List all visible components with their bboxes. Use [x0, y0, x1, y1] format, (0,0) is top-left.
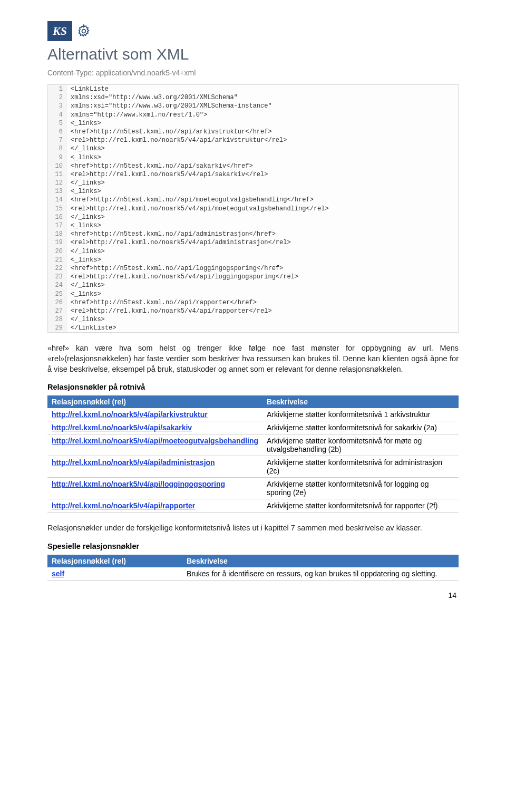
table-header-rel: Relasjonsnøkkel (rel) [47, 555, 182, 567]
rel-link[interactable]: http://rel.kxml.no/noark5/v4/api/logging… [47, 478, 262, 499]
page-title: Alternativt som XML [47, 45, 459, 63]
code-line: 17<_links> [48, 221, 458, 230]
code-line: 14<href>http://n5test.kxml.no//api/moete… [48, 196, 458, 204]
table-row: selfBrukes for å identifisere en ressurs… [47, 567, 459, 581]
code-line: 23<rel>http://rel.kxml.no/noark5/v4/api/… [48, 273, 458, 281]
code-line: 19<rel>http://rel.kxml.no/noark5/v4/api/… [48, 238, 458, 247]
rel-description: Arkivkjerne støtter konformitetsnivå 1 a… [262, 408, 459, 421]
code-line: 3xmlns:xsi="http://www.w3.org/2001/XMLSc… [48, 102, 458, 110]
rel-description: Arkivkjerne støtter konformitetsnivå for… [262, 434, 459, 456]
rel-link[interactable]: http://rel.kxml.no/noark5/v4/api/rapport… [47, 499, 262, 513]
code-line: 5<_links> [48, 119, 458, 128]
code-line: 9<_links> [48, 153, 458, 162]
code-line: 18<href>http://n5test.kxml.no//api/admin… [48, 230, 458, 238]
gear-icon [76, 24, 91, 38]
rel-link[interactable]: http://rel.kxml.no/noark5/v4/api/moeteog… [47, 434, 262, 456]
code-line: 27<rel>http://rel.kxml.no/noark5/v4/api/… [48, 307, 458, 315]
code-line: 25<_links> [48, 290, 458, 298]
table-header-rel: Relasjonsnøkkel (rel) [47, 395, 262, 408]
code-line: 22<href>http://n5test.kxml.no//api/loggi… [48, 264, 458, 273]
rel-description: Arkivkjerne støtter konformitetsnivå for… [262, 478, 459, 499]
code-line: 1<LinkListe [48, 85, 458, 93]
rel-link[interactable]: http://rel.kxml.no/noark5/v4/api/arkivst… [47, 408, 262, 421]
paragraph-href-rel: «href» kan være hva som helst og trenger… [47, 343, 459, 374]
section-title-rotniva: Relasjonsnøkler på rotnivå [47, 383, 459, 391]
relation-table-spesielle: Relasjonsnøkkel (rel) Beskrivelse selfBr… [47, 555, 459, 581]
table-header-desc: Beskrivelse [182, 555, 459, 567]
table-row: http://rel.kxml.no/noark5/v4/api/arkivst… [47, 408, 459, 421]
code-line: 15<rel>http://rel.kxml.no/noark5/v4/api/… [48, 205, 458, 213]
rel-link[interactable]: http://rel.kxml.no/noark5/v4/api/adminis… [47, 456, 262, 478]
svg-point-0 [82, 30, 85, 33]
code-line: 16</_links> [48, 213, 458, 221]
code-line: 11<rel>http://rel.kxml.no/noark5/v4/api/… [48, 170, 458, 179]
code-line: 2xmlns:xsd="http://www.w3.org/2001/XMLSc… [48, 93, 458, 102]
table-row: http://rel.kxml.no/noark5/v4/api/sakarki… [47, 421, 459, 434]
code-line: 8</_links> [48, 144, 458, 153]
table-row: http://rel.kxml.no/noark5/v4/api/adminis… [47, 456, 459, 478]
rel-link[interactable]: self [47, 567, 182, 581]
rel-description: Arkivkjerne støtter konformitetsnivå for… [262, 499, 459, 513]
code-line: 29</LinkListe> [48, 324, 458, 332]
table-header-desc: Beskrivelse [262, 395, 459, 408]
code-line: 13<_links> [48, 187, 458, 196]
rel-description: Arkivkjerne støtter konformitetsnivå for… [262, 421, 459, 434]
code-line: 28</_links> [48, 315, 458, 324]
code-line: 7<rel>http://rel.kxml.no/noark5/v4/api/a… [48, 136, 458, 144]
table-row: http://rel.kxml.no/noark5/v4/api/rapport… [47, 499, 459, 513]
xml-code-block: 1<LinkListe2xmlns:xsd="http://www.w3.org… [47, 84, 459, 333]
code-line: 21<_links> [48, 256, 458, 264]
rel-description: Brukes for å identifisere en ressurs, og… [182, 567, 459, 581]
rel-description: Arkivkjerne støtter konformitetsnivå for… [262, 456, 459, 478]
ks-logo: KS [47, 21, 72, 41]
rel-link[interactable]: http://rel.kxml.no/noark5/v4/api/sakarki… [47, 421, 262, 434]
relation-table-rotniva: Relasjonsnøkkel (rel) Beskrivelse http:/… [47, 395, 459, 513]
code-line: 4xmlns="http://www.kxml.no/rest/1.0"> [48, 111, 458, 119]
doc-header: KS [47, 21, 459, 41]
content-type-label: Content-Type: application/vnd.noark5-v4+… [47, 69, 459, 77]
paragraph-kapittel: Relasjonsnøkler under de forskjellige ko… [47, 523, 459, 534]
page-number: 14 [47, 591, 459, 600]
code-line: 6<href>http://n5test.kxml.no//api/arkivs… [48, 128, 458, 136]
table-row: http://rel.kxml.no/noark5/v4/api/logging… [47, 478, 459, 499]
code-line: 26<href>http://n5test.kxml.no//api/rappo… [48, 298, 458, 307]
code-line: 10<href>http://n5test.kxml.no//api/sakar… [48, 162, 458, 170]
section-title-spesielle: Spesielle relasjonsnøkler [47, 542, 459, 550]
table-row: http://rel.kxml.no/noark5/v4/api/moeteog… [47, 434, 459, 456]
code-line: 24</_links> [48, 281, 458, 289]
code-line: 12</_links> [48, 179, 458, 187]
code-line: 20</_links> [48, 247, 458, 256]
